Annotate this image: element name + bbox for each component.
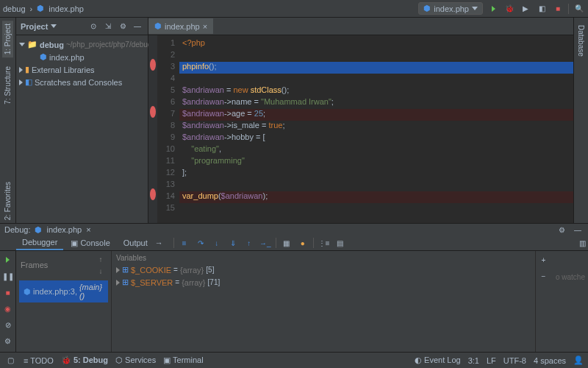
show-exec-point-icon[interactable]: ≡	[179, 237, 190, 249]
prev-frame-icon[interactable]: ↑	[95, 253, 107, 265]
pause-button[interactable]: ❚❚	[2, 270, 14, 282]
project-tool-tab[interactable]: 1: Project	[2, 21, 13, 57]
debug-panel: Debug: ⬢ index.php × ⚙ — Debugger ▣ Cons…	[0, 223, 588, 352]
php-file-icon: ⬢	[35, 225, 42, 235]
debug-tool[interactable]: 🐞 5: Debug	[61, 355, 108, 365]
evaluate-icon[interactable]: ▦	[281, 237, 293, 249]
more-icon[interactable]: →	[155, 238, 163, 247]
inspector-icon[interactable]: 👤	[573, 355, 584, 365]
editor-area: ⬢ index.php × 123456789101112131415 <?ph…	[148, 18, 573, 223]
variables-panel: Variables ⊞ $_COOKIE = {array} [5] ⊞ $_S…	[112, 251, 535, 363]
line-ending[interactable]: LF	[487, 356, 496, 365]
step-out-icon[interactable]: ↑	[243, 237, 255, 249]
editor-tab-label: index.php	[165, 22, 200, 31]
frame-file: index.php:3,	[33, 287, 77, 296]
event-log[interactable]: ◐ Event Log	[415, 355, 461, 365]
tree-external-libs[interactable]: ▮ External Libraries	[16, 63, 148, 76]
code-content[interactable]: <?phpphpinfo();$andriawan = new stdClass…	[179, 35, 573, 223]
close-icon[interactable]: ×	[86, 225, 90, 234]
breakpoint-gutter[interactable]	[148, 35, 157, 223]
run-config-label: index.php	[434, 4, 469, 13]
project-panel: Project ⊙ ⇲ ⚙ — 📁 debug ~/php_project/ph…	[16, 18, 148, 223]
gear-icon[interactable]: ⚙	[117, 21, 129, 32]
run-to-cursor-icon[interactable]: →_	[259, 237, 271, 249]
separator	[173, 238, 174, 248]
hide-icon[interactable]: —	[572, 224, 584, 236]
separator	[276, 238, 276, 248]
console-tab[interactable]: ▣ Console	[65, 236, 115, 250]
console-icon: ▣	[71, 238, 78, 247]
debug-session-label: index.php	[46, 225, 82, 234]
expand-icon[interactable]: ⇲	[102, 21, 114, 32]
frames-panel: Frames ↑↓ ⬢ index.php:3, {main}()	[16, 251, 112, 363]
encoding[interactable]: UTF-8	[503, 356, 526, 365]
locate-icon[interactable]: ⊙	[87, 21, 99, 32]
resume-button[interactable]	[2, 254, 14, 266]
services-tool[interactable]: ⬡ Services	[115, 355, 156, 365]
todo-tool[interactable]: ≡ TODO	[24, 356, 54, 365]
stack-frame[interactable]: ⬢ index.php:3, {main}()	[19, 280, 108, 302]
chevron-down-icon[interactable]	[51, 24, 57, 28]
hide-icon[interactable]: —	[132, 21, 143, 32]
tree-label: External Libraries	[32, 66, 95, 74]
php-file-icon: ⬢	[423, 4, 431, 13]
editor-tabs: ⬢ index.php ×	[148, 18, 573, 35]
status-bar: ▢ ≡ TODO 🐞 5: Debug ⬡ Services ▣ Termina…	[0, 352, 588, 368]
run-config-selector[interactable]: ⬢ index.php	[418, 2, 483, 15]
settings-icon[interactable]: ⚙	[2, 335, 14, 347]
code-editor[interactable]: 123456789101112131415 <?phpphpinfo();$an…	[148, 35, 573, 223]
tree-scratches[interactable]: ◧ Scratches and Consoles	[16, 76, 148, 88]
expand-icon	[19, 43, 25, 46]
variable-row[interactable]: ⊞ $_SERVER = {array} [71]	[113, 276, 534, 289]
output-tab[interactable]: Output	[118, 236, 154, 250]
project-tree: 📁 debug ~/php_project/php7/debug ⬢ index…	[16, 35, 148, 91]
variable-row[interactable]: ⊞ $_COOKIE = {array} [5]	[113, 263, 534, 276]
tab-label: Console	[80, 238, 110, 247]
breadcrumb-sep: ›	[30, 4, 33, 13]
terminal-tool[interactable]: ▣ Terminal	[163, 355, 203, 365]
tree-file[interactable]: ⬢ index.php	[16, 51, 148, 63]
debug-button[interactable]: 🐞	[503, 3, 515, 15]
tree-label: index.php	[49, 53, 85, 62]
stop-button[interactable]: ■	[2, 286, 14, 298]
tree-root[interactable]: 📁 debug ~/php_project/php7/debug	[16, 38, 148, 51]
close-icon[interactable]: ×	[203, 22, 207, 31]
breadcrumb-file[interactable]: index.php	[49, 4, 84, 13]
trace-icon[interactable]: ●	[297, 237, 309, 249]
top-toolbar: debug › ⬢ index.php ⬢ index.php 🐞 ▶ ◧ ■ …	[0, 0, 588, 18]
layout-icon[interactable]: ▥	[576, 237, 588, 249]
coverage-button[interactable]: ▶	[520, 3, 531, 15]
step-over-icon[interactable]: ↷	[195, 237, 207, 249]
debugger-tab[interactable]: Debugger	[16, 236, 63, 250]
favorites-tool-tab[interactable]: 2: Favorites	[2, 179, 13, 223]
cursor-position[interactable]: 3:1	[468, 356, 479, 365]
editor-tab[interactable]: ⬢ index.php ×	[148, 18, 213, 34]
folder-icon: 📁	[27, 40, 37, 49]
view-breakpoints-icon[interactable]: ◉	[2, 302, 14, 314]
mute-breakpoints-icon[interactable]: ⊘	[2, 319, 14, 330]
next-frame-icon[interactable]: ↓	[95, 265, 107, 277]
scratches-icon: ◧	[25, 77, 32, 87]
right-gutter: Database	[573, 18, 588, 223]
force-step-into-icon[interactable]: ⇓	[227, 237, 239, 249]
remove-watch-icon[interactable]: −	[538, 270, 550, 282]
gear-icon[interactable]: ⚙	[556, 224, 567, 236]
debug-sidebar: ❚❚ ■ ◉ ⊘ ⚙ 📌	[0, 251, 16, 363]
run-button[interactable]	[487, 3, 499, 15]
sort-icon[interactable]: ⋮≡	[318, 237, 330, 249]
frames-header: Frames	[21, 261, 48, 269]
filter-icon[interactable]: ▤	[334, 237, 346, 249]
frame-fn: {main}()	[79, 283, 104, 300]
php-file-icon: ⬢	[24, 287, 31, 297]
database-tool-tab[interactable]: Database	[576, 21, 587, 61]
indent[interactable]: 4 spaces	[534, 356, 566, 365]
profile-button[interactable]: ◧	[536, 3, 548, 15]
structure-tool-tab[interactable]: 7: Structure	[2, 63, 13, 107]
search-everywhere-button[interactable]: 🔍	[573, 3, 585, 15]
stop-button[interactable]: ■	[552, 3, 564, 15]
step-into-icon[interactable]: ↓	[211, 237, 223, 249]
add-watch-icon[interactable]: +	[538, 254, 550, 266]
breadcrumb-root[interactable]: debug	[3, 4, 26, 13]
tree-label: Scratches and Consoles	[35, 78, 122, 87]
tool-windows-icon[interactable]: ▢	[4, 355, 16, 367]
